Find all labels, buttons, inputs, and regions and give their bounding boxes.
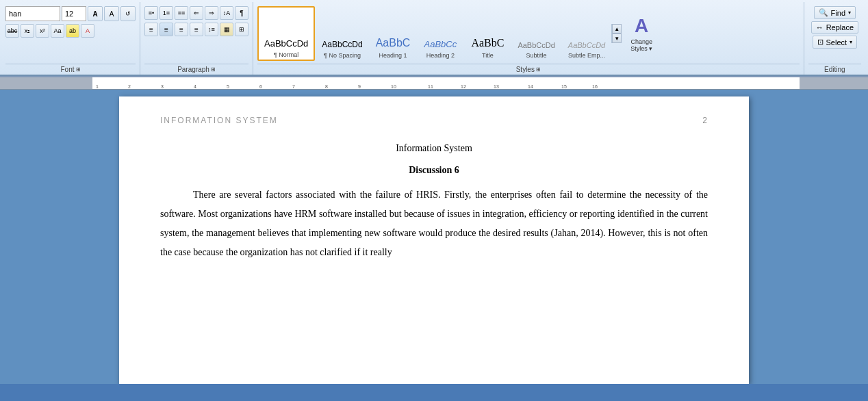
subscript-btn[interactable]: x₂ xyxy=(21,24,34,38)
ruler-left-margin xyxy=(0,77,92,89)
select-icon: ⊡ xyxy=(817,38,824,47)
editing-group-label: Editing xyxy=(808,64,861,75)
ruler-tick-10: 10 xyxy=(391,84,396,89)
change-styles-icon: A xyxy=(635,15,648,37)
style-heading1-label: Heading 1 xyxy=(379,52,407,59)
styles-group: AaBbCcDd ¶ Normal AaBbCcDd ¶ No Spacing … xyxy=(255,2,804,75)
document-title[interactable]: Information System xyxy=(160,139,708,158)
change-styles-label: ChangeStyles ▾ xyxy=(630,38,652,52)
style-no-spacing-preview: AaBbCcDd xyxy=(322,40,362,49)
style-heading2-label: Heading 2 xyxy=(426,52,455,59)
document-area: INFORMATION SYSTEM 2 Information System … xyxy=(0,90,868,384)
styles-gallery: AaBbCcDd ¶ Normal AaBbCcDd ¶ No Spacing … xyxy=(257,6,611,61)
font-shrink-btn[interactable]: A xyxy=(104,6,119,21)
multilevel-btn[interactable]: ≡≡ xyxy=(175,6,188,20)
style-subtitle[interactable]: AaBbCcDd Subtitle xyxy=(511,6,561,61)
style-normal-preview: AaBbCcDd xyxy=(264,38,308,49)
style-heading1-preview: AaBbC xyxy=(376,37,411,49)
styles-scroll-down[interactable]: ▼ xyxy=(612,34,622,43)
ribbon: A A ↺ abc x₂ x² Aa ab A Font ⊞ xyxy=(0,0,868,77)
ruler-tick-11: 11 xyxy=(428,84,433,89)
numbering-btn[interactable]: 1≡ xyxy=(159,6,173,20)
change-styles-btn[interactable]: A ChangeStyles ▾ xyxy=(621,11,662,56)
ruler-tick-4: 4 xyxy=(194,84,196,89)
font-format-row: abc x₂ x² Aa ab A xyxy=(5,24,94,38)
page-number: 2 xyxy=(702,116,708,125)
find-dropdown-icon: ▾ xyxy=(848,10,851,16)
align-center-btn[interactable]: ≡ xyxy=(159,23,173,36)
style-title-label: Title xyxy=(482,52,494,59)
style-heading2[interactable]: AaBbCc Heading 2 xyxy=(417,6,463,61)
ruler-tick-16: 16 xyxy=(592,84,598,89)
select-dropdown-icon: ▾ xyxy=(850,39,852,45)
document-paragraph1[interactable]: There are several factors associated wit… xyxy=(160,185,708,262)
styles-scroll-up[interactable]: ▲ xyxy=(612,24,622,34)
ruler: 1 2 3 4 5 6 7 8 9 10 11 12 13 14 15 16 xyxy=(0,77,868,90)
font-color-btn[interactable]: A xyxy=(81,24,94,38)
font-group: A A ↺ abc x₂ x² Aa ab A Font ⊞ xyxy=(3,2,140,75)
style-normal-label: ¶ Normal xyxy=(274,51,298,58)
strikethrough-btn[interactable]: abc xyxy=(5,24,19,38)
ruler-tick-6: 6 xyxy=(259,84,262,89)
paragraph-dialog-launcher[interactable]: ⊞ xyxy=(211,66,216,73)
align-right-btn[interactable]: ≡ xyxy=(175,23,188,36)
document-page: INFORMATION SYSTEM 2 Information System … xyxy=(119,96,749,384)
font-group-label: Font ⊞ xyxy=(5,64,136,75)
ruler-tick-12: 12 xyxy=(461,84,466,89)
paragraph-group-label: Paragraph ⊞ xyxy=(144,64,248,75)
styles-dialog-launcher[interactable]: ⊞ xyxy=(536,66,541,73)
font-grow-btn[interactable]: A xyxy=(88,6,103,21)
justify-btn[interactable]: ≡ xyxy=(190,23,203,36)
style-subtitle-preview: AaBbCcDd xyxy=(518,41,554,49)
editing-group: 🔍 Find ▾ ↔ Replace ⊡ Select ▾ Editing xyxy=(806,2,865,75)
find-icon: 🔍 xyxy=(819,8,828,17)
font-dialog-launcher[interactable]: ⊞ xyxy=(76,66,81,73)
line-spacing-btn[interactable]: ↕≡ xyxy=(205,23,218,36)
font-selectors: A A ↺ xyxy=(5,6,136,21)
style-no-spacing[interactable]: AaBbCcDd ¶ No Spacing xyxy=(316,6,368,61)
ruler-tick-15: 15 xyxy=(561,84,567,89)
font-name-input[interactable] xyxy=(5,6,60,21)
page-header-title: INFORMATION SYSTEM xyxy=(160,116,278,125)
style-subtle-emp-preview: AaBbCcDd xyxy=(568,41,605,49)
replace-btn[interactable]: ↔ Replace xyxy=(811,21,858,34)
highlight-btn[interactable]: ab xyxy=(66,24,79,38)
show-marks-btn[interactable]: ¶ xyxy=(235,6,248,20)
document-content: Information System Discussion 6 There ar… xyxy=(160,139,708,262)
ruler-tick-13: 13 xyxy=(494,84,499,89)
ruler-tick-8: 8 xyxy=(325,84,328,89)
decrease-indent-btn[interactable]: ⇐ xyxy=(190,6,203,20)
document-subtitle[interactable]: Discussion 6 xyxy=(160,161,708,180)
shading-btn[interactable]: ▦ xyxy=(220,23,233,36)
ribbon-body: A A ↺ abc x₂ x² Aa ab A Font ⊞ xyxy=(0,0,868,76)
ruler-tick-1: 1 xyxy=(96,84,99,89)
align-left-btn[interactable]: ≡ xyxy=(144,23,158,36)
ruler-scale: 1 2 3 4 5 6 7 8 9 10 11 12 13 14 15 16 xyxy=(92,77,800,89)
ruler-tick-7: 7 xyxy=(292,84,295,89)
style-normal[interactable]: AaBbCcDd ¶ Normal xyxy=(257,6,315,61)
page-header: INFORMATION SYSTEM 2 xyxy=(160,116,708,125)
ruler-tick-5: 5 xyxy=(227,84,229,89)
font-size-input[interactable] xyxy=(62,6,86,21)
style-heading1[interactable]: AaBbC Heading 1 xyxy=(370,6,417,61)
style-no-spacing-label: ¶ No Spacing xyxy=(324,52,361,59)
select-btn[interactable]: ⊡ Select ▾ xyxy=(813,36,858,49)
style-heading2-preview: AaBbCc xyxy=(424,39,457,49)
find-btn[interactable]: 🔍 Find ▾ xyxy=(814,6,856,19)
ruler-right-margin xyxy=(800,77,868,89)
bullets-btn[interactable]: ≡• xyxy=(144,6,158,20)
replace-icon: ↔ xyxy=(816,23,824,31)
style-title-preview: AaBbC xyxy=(471,37,504,49)
styles-scrollbar: ▲ ▼ xyxy=(611,24,621,43)
ruler-tick-2: 2 xyxy=(128,84,131,89)
styles-group-label: Styles ⊞ xyxy=(257,64,800,75)
superscript-btn[interactable]: x² xyxy=(36,24,49,38)
style-title[interactable]: AaBbC Title xyxy=(464,6,511,61)
sort-btn[interactable]: ↕A xyxy=(220,6,233,20)
style-subtle-emp[interactable]: AaBbCcDd Subtle Emp... xyxy=(562,6,611,61)
clear-format-btn[interactable]: ↺ xyxy=(120,6,136,21)
style-subtitle-label: Subtitle xyxy=(526,52,547,59)
case-btn[interactable]: Aa xyxy=(51,24,64,38)
increase-indent-btn[interactable]: ⇒ xyxy=(205,6,218,20)
borders-btn[interactable]: ⊞ xyxy=(235,23,248,36)
